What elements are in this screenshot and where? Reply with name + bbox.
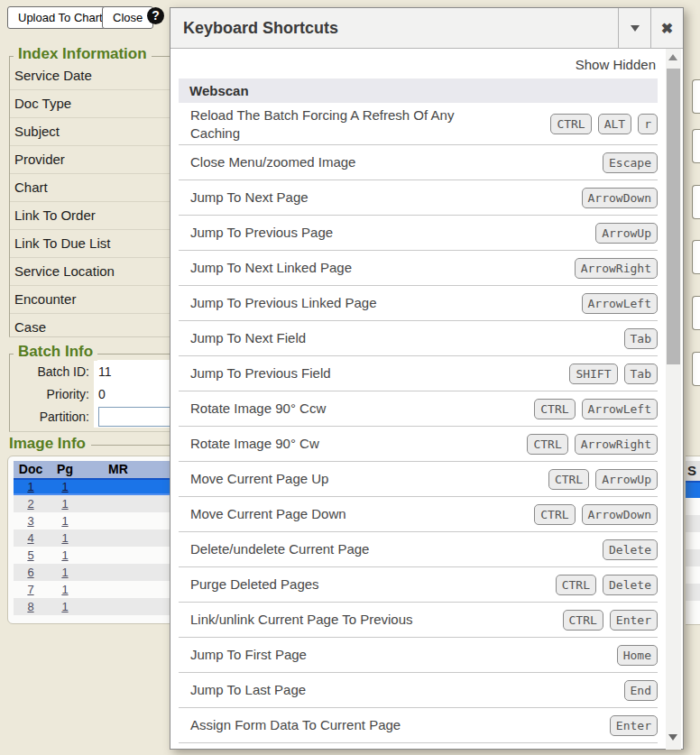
key-badge: CTRL	[550, 114, 591, 134]
dialog-close-button[interactable]: ✖	[650, 8, 683, 48]
shortcut-keys: CTRLArrowRight	[520, 434, 658, 455]
dialog-scrollbar[interactable]	[666, 49, 681, 750]
field-input-sliver[interactable]	[692, 185, 700, 219]
mr-cell	[82, 480, 154, 493]
show-hidden-link[interactable]: Show Hidden	[179, 49, 658, 78]
shortcut-action: Jump To Previous Linked Page	[190, 294, 386, 312]
shortcut-keys: ArrowDown	[576, 188, 658, 208]
priority-label: Priority:	[10, 387, 94, 401]
field-input-sliver[interactable]	[692, 129, 700, 163]
key-badge: Tab	[624, 328, 658, 349]
field-input-sliver[interactable]	[692, 240, 700, 274]
field-input-sliver[interactable]	[692, 352, 700, 386]
key-badge: Enter	[610, 715, 658, 736]
key-badge: ArrowUp	[595, 223, 658, 244]
index-field-label: Case	[14, 319, 46, 335]
shortcut-keys: Escape	[596, 152, 658, 173]
shortcut-keys: Tab	[618, 328, 658, 349]
pg-link[interactable]: 1	[61, 531, 68, 545]
key-badge: CTRL	[534, 504, 575, 525]
shortcut-row: Reload The Batch Forcing A Refresh Of An…	[179, 104, 658, 145]
image-info-title: Image Info	[9, 435, 86, 453]
shortcut-keys: End	[618, 680, 658, 701]
column-doc: Doc	[14, 461, 48, 478]
close-button[interactable]: Close	[102, 6, 153, 29]
index-field-label: Chart	[14, 180, 48, 195]
scroll-down-icon[interactable]	[668, 734, 677, 741]
shortcut-row: Rotate Image 90° Ccw CTRLArrowLeft	[179, 391, 658, 427]
scroll-up-icon[interactable]	[668, 54, 677, 60]
index-field-label: Encounter	[14, 291, 76, 307]
shortcut-action: Jump To Next Field	[190, 329, 315, 347]
right-table-selected-row	[686, 481, 700, 498]
pg-link[interactable]: 1	[61, 600, 68, 613]
shortcut-action: Delete/undelete Current Page	[190, 540, 378, 558]
mr-cell	[82, 581, 154, 598]
collapse-button[interactable]	[618, 8, 650, 48]
index-field-label: Doc Type	[14, 96, 71, 111]
column-mr: MR	[82, 461, 154, 478]
shortcut-keys: Home	[611, 645, 658, 666]
shortcut-keys: ArrowLeft	[576, 293, 658, 314]
field-input-sliver[interactable]	[692, 296, 700, 330]
mr-cell	[82, 598, 154, 615]
doc-link[interactable]: 1	[27, 480, 33, 493]
scrollbar-thumb[interactable]	[667, 69, 680, 364]
key-badge: ArrowUp	[595, 469, 658, 490]
shortcut-action: Jump To Next Linked Page	[190, 259, 361, 277]
shortcut-keys: Delete	[596, 539, 658, 560]
shortcut-action: Close Menu/zoomed Image	[190, 153, 364, 171]
shortcut-row: Jump To Previous Field SHIFTTab	[179, 356, 658, 391]
shortcut-row: Link/unlink Current Page To Previous CTR…	[179, 603, 658, 638]
doc-link[interactable]: 5	[27, 548, 33, 562]
key-badge: CTRL	[527, 434, 567, 455]
close-icon: ✖	[661, 20, 673, 37]
right-table-header: S	[686, 461, 700, 481]
shortcut-action: Rotate Image 90° Ccw	[190, 400, 335, 418]
partition-label: Partition:	[10, 410, 94, 424]
mr-cell	[82, 564, 154, 581]
field-input-sliver[interactable]	[692, 79, 700, 114]
shortcut-row: Delete/undelete Current Page Delete	[179, 532, 658, 567]
pg-link[interactable]: 1	[61, 514, 68, 528]
shortcut-action: Rotate Image 90° Cw	[190, 435, 328, 453]
shortcut-list: Reload The Batch Forcing A Refresh Of An…	[179, 104, 658, 743]
batch-id-label: Batch ID:	[10, 364, 94, 379]
mr-cell	[82, 512, 154, 529]
mr-cell	[82, 529, 154, 547]
key-badge: ArrowLeft	[582, 399, 658, 419]
upload-to-chart-button[interactable]: Upload To Chart	[7, 6, 114, 29]
shortcut-action: Purge Deleted Pages	[190, 575, 328, 594]
index-field-label: Service Date	[14, 68, 92, 83]
shortcut-action: Jump To Last Page	[190, 681, 315, 699]
shortcut-keys: ArrowUp	[589, 223, 658, 244]
mr-cell	[82, 495, 154, 512]
shortcut-action: Jump To Previous Field	[190, 364, 340, 382]
pg-link[interactable]: 1	[61, 480, 68, 493]
shortcut-row: Move Current Page Up CTRLArrowUp	[179, 462, 658, 497]
pg-link[interactable]: 1	[61, 566, 68, 579]
key-badge: End	[624, 680, 658, 701]
doc-link[interactable]: 3	[27, 514, 33, 528]
pg-link[interactable]: 1	[61, 583, 68, 596]
index-field-label: Subject	[14, 124, 60, 139]
key-badge: CTRL	[563, 610, 603, 631]
pg-link[interactable]: 1	[61, 497, 68, 511]
key-badge: CTRL	[556, 575, 596, 595]
doc-link[interactable]: 4	[27, 531, 33, 545]
pg-link[interactable]: 1	[61, 548, 68, 562]
shortcut-keys: CTRLArrowDown	[528, 504, 658, 525]
help-icon[interactable]: ?	[147, 7, 164, 24]
shortcut-action: Jump To Next Page	[190, 189, 318, 207]
key-badge: Home	[617, 645, 658, 666]
doc-link[interactable]: 2	[27, 497, 33, 511]
shortcut-keys: CTRLDelete	[549, 575, 658, 595]
shortcut-action: Jump To First Page	[190, 646, 316, 664]
batch-info-title: Batch Info	[14, 343, 97, 361]
doc-link[interactable]: 7	[27, 583, 33, 596]
shortcut-keys: SHIFTTab	[563, 364, 658, 384]
shortcut-keys: ArrowRight	[568, 258, 658, 279]
shortcut-keys: CTRLEnter	[557, 610, 658, 631]
doc-link[interactable]: 6	[27, 566, 33, 579]
doc-link[interactable]: 8	[27, 600, 33, 613]
